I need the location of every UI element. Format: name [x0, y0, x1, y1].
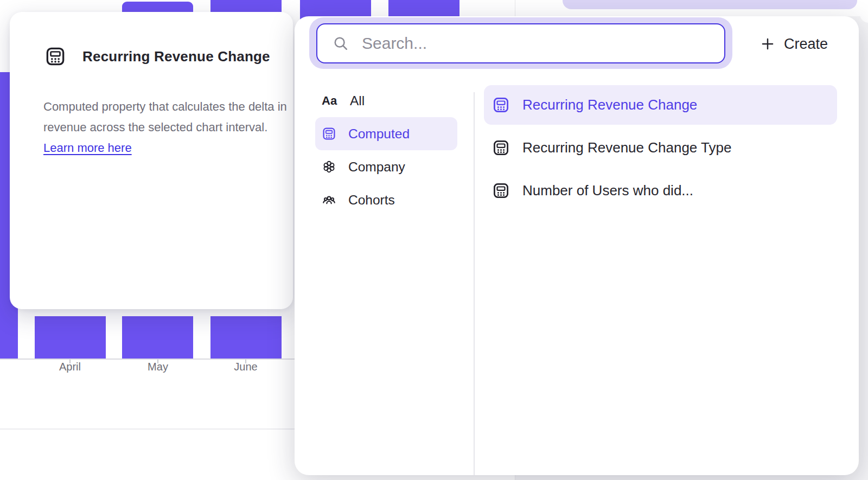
- chart-bar: [35, 316, 106, 359]
- text-aa-icon: Aa: [322, 94, 338, 108]
- result-item-recurring-revenue-change-type[interactable]: Recurring Revenue Change Type: [484, 128, 837, 168]
- search-field[interactable]: [316, 23, 725, 63]
- search-focus-ring: [309, 17, 732, 69]
- search-icon: [333, 35, 349, 52]
- calculator-icon: [492, 139, 510, 157]
- result-list: Recurring Revenue Change Recurring Reven…: [484, 85, 837, 214]
- panel-divider: [474, 92, 475, 475]
- tooltip-title: Recurring Revenue Change: [82, 48, 270, 65]
- chart-bar: [210, 316, 282, 359]
- result-label: Number of Users who did...: [522, 182, 693, 199]
- calculator-icon: [44, 46, 66, 67]
- result-label: Recurring Revenue Change Type: [522, 139, 731, 156]
- learn-more-link[interactable]: Learn more here: [43, 141, 132, 155]
- calculator-icon: [492, 182, 510, 200]
- x-label-june: June: [213, 361, 278, 373]
- category-item-computed[interactable]: Computed: [315, 117, 457, 150]
- category-label: All: [350, 93, 365, 108]
- cohorts-people-icon: [322, 193, 336, 207]
- x-label-april: April: [37, 361, 103, 373]
- search-input[interactable]: [361, 34, 716, 53]
- property-picker-modal: Create Aa All Computed Company Cohorts: [295, 16, 859, 475]
- plus-icon: [760, 36, 775, 52]
- chart-bar: [122, 316, 193, 359]
- create-button-label: Create: [784, 36, 828, 53]
- create-button[interactable]: Create: [755, 31, 833, 56]
- category-item-cohorts[interactable]: Cohorts: [315, 183, 457, 216]
- screen: April May June property Recurring Revenu…: [0, 0, 868, 480]
- category-label: Cohorts: [348, 193, 395, 208]
- property-tooltip: Recurring Revenue Change Computed proper…: [10, 12, 293, 309]
- category-label: Company: [348, 159, 405, 175]
- tooltip-description: Computed property that calculates the de…: [43, 100, 287, 134]
- result-label: Recurring Revenue Change: [522, 97, 697, 113]
- result-item-number-of-users[interactable]: Number of Users who did...: [484, 171, 837, 210]
- selected-property-pill[interactable]: property: [563, 0, 857, 9]
- topbar-corner-panel: [860, 0, 868, 23]
- company-cluster-icon: [322, 159, 336, 174]
- category-item-company[interactable]: Company: [315, 150, 457, 183]
- calculator-icon: [492, 96, 510, 114]
- category-label: Computed: [348, 126, 410, 142]
- x-label-may: May: [125, 361, 190, 373]
- category-item-all[interactable]: Aa All: [315, 84, 457, 117]
- calculator-icon: [322, 126, 336, 141]
- result-item-recurring-revenue-change[interactable]: Recurring Revenue Change: [484, 85, 837, 125]
- category-list: Aa All Computed Company Cohorts: [315, 84, 457, 216]
